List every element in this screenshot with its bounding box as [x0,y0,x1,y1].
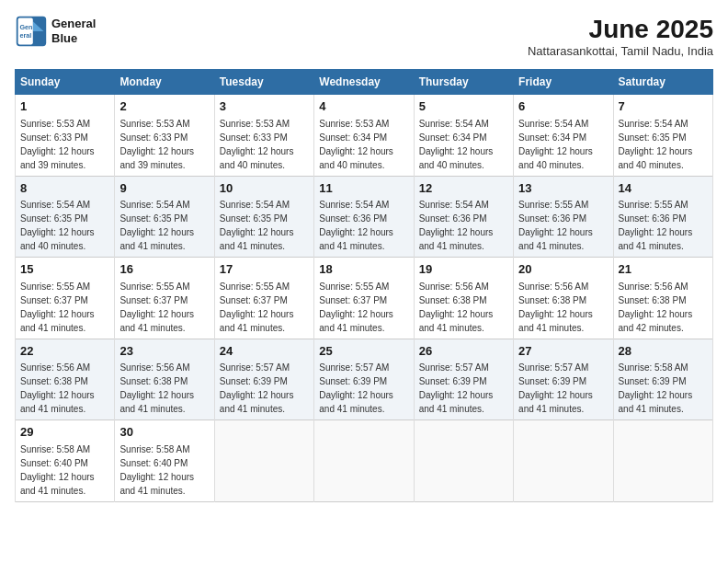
calendar-week-row: 22Sunrise: 5:56 AMSunset: 6:38 PMDayligh… [16,339,713,420]
col-monday: Monday [115,70,214,95]
day-info: Sunrise: 5:57 AMSunset: 6:39 PMDaylight:… [319,362,393,414]
calendar-cell [214,420,313,502]
day-info: Sunrise: 5:54 AMSunset: 6:35 PMDaylight:… [619,119,693,170]
day-info: Sunrise: 5:54 AMSunset: 6:35 PMDaylight:… [20,200,95,251]
col-thursday: Thursday [414,70,513,95]
day-number: 16 [119,261,209,278]
day-info: Sunrise: 5:56 AMSunset: 6:38 PMDaylight:… [419,282,494,333]
day-number: 1 [20,98,109,115]
calendar-cell: 21Sunrise: 5:56 AMSunset: 6:38 PMDayligh… [613,258,712,339]
day-number: 29 [20,424,109,441]
calendar-cell [613,420,712,502]
day-info: Sunrise: 5:54 AMSunset: 6:36 PMDaylight:… [319,200,393,251]
day-number: 24 [220,343,309,360]
day-number: 27 [518,343,608,360]
calendar-cell: 12Sunrise: 5:54 AMSunset: 6:36 PMDayligh… [414,176,513,258]
day-number: 17 [220,261,309,278]
day-info: Sunrise: 5:56 AMSunset: 6:38 PMDaylight:… [619,282,693,333]
page-header: Gen eral General Blue June 2025 Nattaras… [15,15,713,58]
day-info: Sunrise: 5:57 AMSunset: 6:39 PMDaylight:… [220,362,294,414]
day-info: Sunrise: 5:56 AMSunset: 6:38 PMDaylight:… [518,282,593,333]
day-number: 22 [20,343,109,360]
day-number: 25 [319,343,408,360]
col-tuesday: Tuesday [214,70,313,95]
day-info: Sunrise: 5:55 AMSunset: 6:36 PMDaylight:… [619,200,693,251]
calendar-week-row: 1Sunrise: 5:53 AMSunset: 6:33 PMDaylight… [16,95,713,177]
title-block: June 2025 Nattarasankottai, Tamil Nadu, … [528,15,713,58]
calendar-cell: 28Sunrise: 5:58 AMSunset: 6:39 PMDayligh… [613,339,712,420]
day-info: Sunrise: 5:53 AMSunset: 6:33 PMDaylight:… [220,119,294,170]
calendar-header-row: Sunday Monday Tuesday Wednesday Thursday… [16,70,713,95]
day-info: Sunrise: 5:55 AMSunset: 6:37 PMDaylight:… [119,282,194,333]
day-info: Sunrise: 5:55 AMSunset: 6:36 PMDaylight:… [518,200,593,251]
calendar-cell: 16Sunrise: 5:55 AMSunset: 6:37 PMDayligh… [115,258,214,339]
day-number: 11 [319,180,408,197]
calendar-cell: 13Sunrise: 5:55 AMSunset: 6:36 PMDayligh… [514,176,613,258]
day-info: Sunrise: 5:57 AMSunset: 6:39 PMDaylight:… [419,362,494,414]
day-number: 8 [20,180,109,197]
calendar-cell: 25Sunrise: 5:57 AMSunset: 6:39 PMDayligh… [314,339,414,420]
calendar-cell: 18Sunrise: 5:55 AMSunset: 6:37 PMDayligh… [314,258,414,339]
calendar-week-row: 29Sunrise: 5:58 AMSunset: 6:40 PMDayligh… [16,420,713,502]
day-info: Sunrise: 5:54 AMSunset: 6:35 PMDaylight:… [119,200,194,251]
calendar-week-row: 8Sunrise: 5:54 AMSunset: 6:35 PMDaylight… [16,176,713,258]
calendar-cell: 30Sunrise: 5:58 AMSunset: 6:40 PMDayligh… [115,420,214,502]
day-info: Sunrise: 5:53 AMSunset: 6:34 PMDaylight:… [319,119,393,170]
day-number: 15 [20,261,109,278]
day-number: 30 [119,424,209,441]
day-number: 13 [518,180,608,197]
calendar-cell: 22Sunrise: 5:56 AMSunset: 6:38 PMDayligh… [16,339,115,420]
calendar-cell: 24Sunrise: 5:57 AMSunset: 6:39 PMDayligh… [214,339,313,420]
month-title: June 2025 [528,15,713,44]
day-number: 28 [619,343,708,360]
calendar-cell: 7Sunrise: 5:54 AMSunset: 6:35 PMDaylight… [613,95,712,177]
day-info: Sunrise: 5:54 AMSunset: 6:34 PMDaylight:… [419,119,494,170]
calendar-week-row: 15Sunrise: 5:55 AMSunset: 6:37 PMDayligh… [16,258,713,339]
day-number: 21 [619,261,708,278]
day-number: 10 [220,180,309,197]
calendar-cell: 2Sunrise: 5:53 AMSunset: 6:33 PMDaylight… [115,95,214,177]
calendar-cell: 19Sunrise: 5:56 AMSunset: 6:38 PMDayligh… [414,258,513,339]
logo-icon: Gen eral [15,15,48,48]
day-info: Sunrise: 5:53 AMSunset: 6:33 PMDaylight:… [119,119,194,170]
svg-text:Gen: Gen [19,23,32,31]
calendar-cell: 27Sunrise: 5:57 AMSunset: 6:39 PMDayligh… [514,339,613,420]
day-number: 26 [419,343,508,360]
day-info: Sunrise: 5:57 AMSunset: 6:39 PMDaylight:… [518,362,593,414]
day-number: 18 [319,261,408,278]
day-number: 6 [518,98,608,115]
day-info: Sunrise: 5:56 AMSunset: 6:38 PMDaylight:… [20,362,95,414]
col-saturday: Saturday [613,70,712,95]
calendar-cell [414,420,513,502]
calendar-cell: 17Sunrise: 5:55 AMSunset: 6:37 PMDayligh… [214,258,313,339]
day-number: 4 [319,98,408,115]
logo: Gen eral General Blue [15,15,96,48]
day-info: Sunrise: 5:55 AMSunset: 6:37 PMDaylight:… [319,282,393,333]
calendar-cell: 10Sunrise: 5:54 AMSunset: 6:35 PMDayligh… [214,176,313,258]
day-number: 23 [119,343,209,360]
day-number: 9 [119,180,209,197]
day-number: 7 [619,98,708,115]
day-info: Sunrise: 5:53 AMSunset: 6:33 PMDaylight:… [20,119,95,170]
day-number: 5 [419,98,508,115]
day-info: Sunrise: 5:55 AMSunset: 6:37 PMDaylight:… [20,282,95,333]
calendar-cell: 3Sunrise: 5:53 AMSunset: 6:33 PMDaylight… [214,95,313,177]
day-info: Sunrise: 5:58 AMSunset: 6:39 PMDaylight:… [619,362,693,414]
calendar-cell: 20Sunrise: 5:56 AMSunset: 6:38 PMDayligh… [514,258,613,339]
calendar-cell: 6Sunrise: 5:54 AMSunset: 6:34 PMDaylight… [514,95,613,177]
day-number: 2 [119,98,209,115]
day-info: Sunrise: 5:58 AMSunset: 6:40 PMDaylight:… [20,444,95,496]
day-number: 12 [419,180,508,197]
calendar-cell: 23Sunrise: 5:56 AMSunset: 6:38 PMDayligh… [115,339,214,420]
day-info: Sunrise: 5:58 AMSunset: 6:40 PMDaylight:… [119,444,194,496]
calendar-cell [314,420,414,502]
col-friday: Friday [514,70,613,95]
col-sunday: Sunday [16,70,115,95]
calendar-cell: 26Sunrise: 5:57 AMSunset: 6:39 PMDayligh… [414,339,513,420]
col-wednesday: Wednesday [314,70,414,95]
day-info: Sunrise: 5:54 AMSunset: 6:34 PMDaylight:… [518,119,593,170]
calendar-cell: 4Sunrise: 5:53 AMSunset: 6:34 PMDaylight… [314,95,414,177]
calendar-cell: 29Sunrise: 5:58 AMSunset: 6:40 PMDayligh… [16,420,115,502]
day-info: Sunrise: 5:54 AMSunset: 6:35 PMDaylight:… [220,200,294,251]
calendar-cell: 11Sunrise: 5:54 AMSunset: 6:36 PMDayligh… [314,176,414,258]
